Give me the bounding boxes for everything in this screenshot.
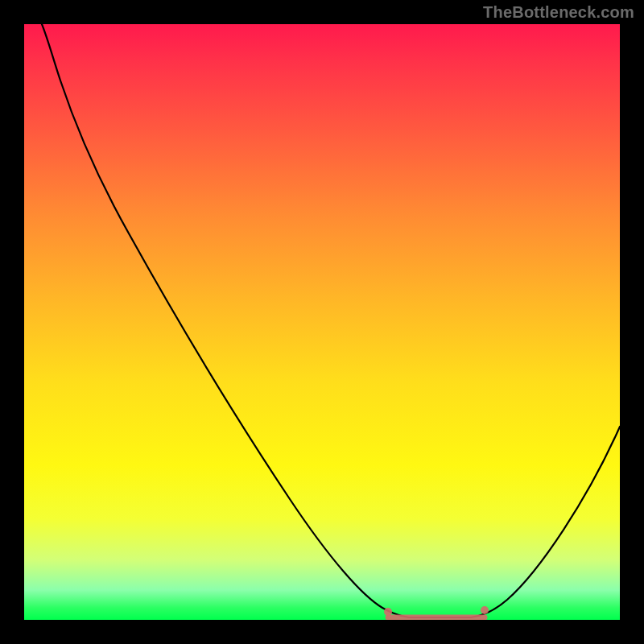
chart-frame: TheBottleneck.com	[0, 0, 644, 644]
watermark-text: TheBottleneck.com	[483, 3, 634, 22]
optimal-range-end-dot	[481, 606, 489, 614]
plot-area	[24, 24, 620, 620]
bottleneck-curve	[42, 24, 620, 617]
optimal-range-start-dot	[384, 608, 392, 616]
chart-svg	[24, 24, 620, 620]
